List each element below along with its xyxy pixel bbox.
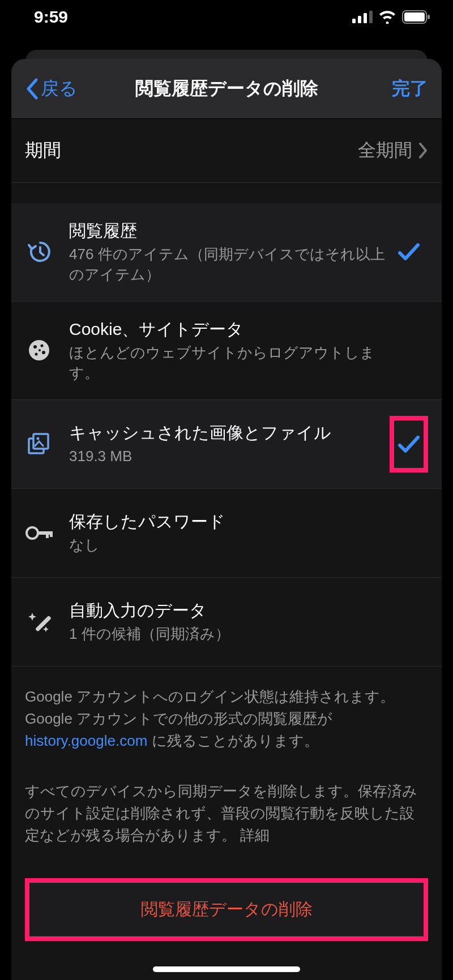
nav-bar: 戻る 閲覧履歴データの削除 完了 — [11, 59, 442, 119]
wand-icon — [25, 608, 53, 636]
modal-sheet: 戻る 閲覧履歴データの削除 完了 期間 全期間 閲覧履歴 476 件のアイテム（… — [11, 59, 442, 980]
check-indicator — [390, 223, 428, 280]
check-indicator — [390, 594, 428, 650]
clear-data-button[interactable]: 閲覧履歴データの削除 — [29, 883, 424, 936]
wifi-icon — [378, 10, 396, 24]
row-title: 保存したパスワード — [69, 510, 390, 534]
svg-point-15 — [37, 437, 40, 440]
clear-button-highlight: 閲覧履歴データの削除 — [25, 878, 428, 941]
info-text-2: すべてのデバイスから同期データを削除します。保存済みのサイト設定は削除されず、普… — [11, 752, 442, 846]
row-subtitle: 476 件のアイテム（同期デバイスではそれ以上のアイテム） — [69, 244, 390, 285]
row-subtitle: なし — [69, 535, 390, 555]
svg-point-10 — [42, 351, 45, 354]
svg-rect-5 — [404, 12, 425, 22]
svg-point-16 — [27, 527, 38, 539]
chevron-right-icon — [418, 142, 428, 159]
svg-rect-20 — [35, 615, 52, 631]
svg-rect-6 — [428, 15, 430, 19]
row-cookies[interactable]: Cookie、サイトデータ ほとんどのウェブサイトからログアウトします。 — [11, 302, 442, 400]
back-button[interactable]: 戻る — [25, 76, 78, 101]
row-title: 自動入力のデータ — [69, 599, 390, 622]
checkmark-icon — [398, 242, 420, 262]
svg-rect-0 — [352, 19, 356, 23]
image-icon — [25, 430, 53, 458]
checkmark-icon — [398, 434, 420, 454]
period-label: 期間 — [25, 138, 61, 163]
svg-point-9 — [41, 345, 44, 347]
row-autofill[interactable]: 自動入力のデータ 1 件の候補（同期済み） — [11, 578, 442, 667]
row-subtitle: ほとんどのウェブサイトからログアウトします。 — [69, 342, 390, 384]
home-indicator[interactable] — [153, 966, 300, 972]
svg-rect-2 — [364, 13, 367, 23]
battery-icon — [402, 10, 430, 24]
cookie-icon — [25, 336, 53, 364]
done-button[interactable]: 完了 — [392, 76, 428, 101]
svg-point-12 — [39, 349, 41, 351]
row-subtitle: 319.3 MB — [69, 446, 390, 466]
svg-rect-3 — [369, 11, 373, 23]
row-subtitle: 1 件の候補（同期済み） — [69, 624, 390, 644]
key-icon — [25, 519, 53, 547]
svg-rect-1 — [358, 16, 361, 23]
svg-point-8 — [33, 345, 37, 349]
status-bar: 9:59 — [0, 0, 453, 34]
period-row[interactable]: 期間 全期間 — [11, 119, 442, 183]
status-icons — [352, 10, 430, 24]
info-text-1: Google アカウントへのログイン状態は維持されます。Google アカウント… — [11, 667, 442, 752]
row-browsing-history[interactable]: 閲覧履歴 476 件のアイテム（同期デバイスではそれ以上のアイテム） — [11, 203, 442, 302]
history-link[interactable]: history.google.com — [25, 732, 147, 749]
check-indicator-highlighted — [390, 416, 428, 472]
check-indicator — [390, 322, 428, 379]
status-time: 9:59 — [34, 7, 68, 27]
page-title: 閲覧履歴データの削除 — [135, 76, 318, 101]
back-label: 戻る — [41, 76, 78, 101]
period-value-trail: 全期間 — [358, 138, 428, 163]
svg-rect-17 — [37, 531, 52, 535]
svg-rect-19 — [50, 531, 53, 537]
details-link[interactable]: 詳細 — [240, 827, 270, 844]
row-title: キャッシュされた画像とファイル — [69, 421, 390, 445]
history-icon — [25, 238, 53, 266]
chevron-left-icon — [25, 78, 40, 100]
row-cached-images[interactable]: キャッシュされた画像とファイル 319.3 MB — [11, 400, 442, 489]
row-passwords[interactable]: 保存したパスワード なし — [11, 489, 442, 578]
row-title: Cookie、サイトデータ — [69, 317, 390, 341]
cellular-icon — [352, 11, 373, 23]
data-type-section: 閲覧履歴 476 件のアイテム（同期デバイスではそれ以上のアイテム） Cooki… — [11, 203, 442, 667]
row-title: 閲覧履歴 — [69, 219, 390, 243]
svg-point-11 — [35, 353, 38, 356]
period-value: 全期間 — [358, 138, 412, 163]
check-indicator — [390, 505, 428, 561]
svg-rect-18 — [46, 531, 49, 538]
